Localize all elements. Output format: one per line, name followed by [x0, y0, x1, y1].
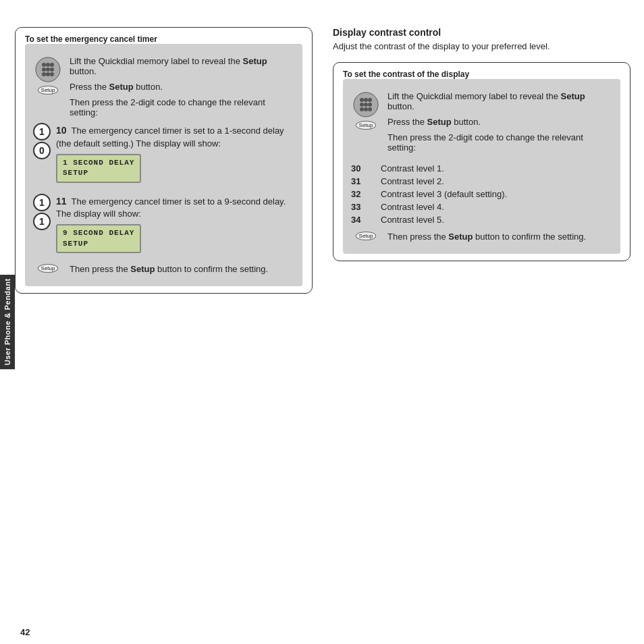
contrast-phone-svg-icon [352, 91, 379, 118]
contrast-press-text: Press the Setup button. [387, 117, 612, 127]
svg-point-8 [46, 72, 50, 76]
contrast-lift-step-area: Setup Lift the Quickdial memory label to… [351, 91, 612, 158]
lcd-line1-10: 1 SECOND DELAY [63, 158, 134, 168]
setup-bold-1: Setup [243, 56, 267, 66]
left-column: To set the emergency cancel timer [15, 27, 313, 617]
sidebar-tab: User Phone & Pendant [0, 275, 15, 369]
setup-btn-icon-2: Setup [38, 264, 59, 273]
right-confirm-area: Setup Then press the Setup button to con… [351, 232, 612, 247]
lcd-line2-10: SETUP [63, 168, 134, 178]
digit-1a-circle: 1 [33, 194, 51, 211]
digit-1-circle: 1 [33, 123, 51, 140]
sidebar-label: User Phone & Pendant [3, 279, 11, 366]
svg-point-5 [46, 68, 50, 72]
contrast-setup-btn-icon-2: Setup [356, 232, 377, 240]
contrast-row: 31Contrast level 2. [351, 176, 612, 186]
confirm-icon-group-right: Setup [351, 232, 381, 247]
svg-point-14 [360, 103, 364, 107]
setup-btn-icon-1: Setup [38, 86, 59, 95]
svg-point-4 [42, 68, 46, 72]
main-content: To set the emergency cancel timer [15, 27, 630, 617]
contrast-code: 32 [351, 189, 370, 199]
right-confirm-text: Then press the Setup button to confirm t… [387, 232, 612, 247]
contrast-table: 30Contrast level 1.31Contrast level 2.32… [351, 163, 612, 225]
setup-bold-confirm-right: Setup [448, 232, 473, 242]
contrast-row: 33Contrast level 4. [351, 202, 612, 212]
svg-point-7 [42, 72, 46, 76]
contrast-setup-btn-icon-1: Setup [356, 121, 377, 130]
left-confirm-p: Then press the Setup button to confirm t… [70, 264, 294, 274]
contrast-code: 34 [351, 215, 370, 225]
emergency-grey-panel: Setup Lift the Quickdial memory label to… [25, 44, 302, 286]
svg-point-9 [50, 72, 54, 76]
contrast-then-text: Then press the 2-digit code to change th… [387, 132, 612, 153]
contrast-row: 30Contrast level 1. [351, 163, 612, 173]
step-11-block: 1 1 11 The emergency cancel timer is set… [33, 194, 294, 258]
emergency-cancel-box: To set the emergency cancel timer [15, 27, 313, 294]
step-10-numbers: 1 0 [33, 123, 51, 159]
right-column: Display contrast control Adjust the cont… [333, 27, 630, 617]
lcd-display-10: 1 SECOND DELAY SETUP [56, 154, 141, 183]
setup-bold-confirm-left: Setup [130, 264, 155, 274]
setup-bold-2: Setup [109, 82, 134, 92]
step-10-content: 10 The emergency cancel timer is set to … [56, 123, 294, 187]
svg-point-18 [364, 107, 368, 111]
contrast-grey-panel: Setup Lift the Quickdial memory label to… [343, 79, 620, 254]
contrast-phone-icon-group: Setup [351, 91, 381, 158]
step-11-numbers: 1 1 [33, 194, 51, 230]
svg-point-3 [50, 63, 54, 67]
phone-icon-group: Setup [33, 56, 63, 123]
then-text: Then press the 2-digit code to change th… [70, 97, 294, 117]
contrast-row: 32Contrast level 3 (default setting). [351, 189, 612, 199]
svg-point-17 [360, 107, 364, 111]
contrast-lift-step-text: Lift the Quickdial memory label to revea… [387, 91, 612, 158]
lcd-line2-11: SETUP [63, 239, 134, 249]
contrast-desc: Contrast level 3 (default setting). [381, 189, 507, 199]
contrast-setup-bold-1: Setup [561, 91, 585, 101]
svg-point-11 [360, 98, 364, 102]
contrast-code: 30 [351, 163, 370, 173]
step-10-label: 10 [56, 125, 67, 136]
svg-point-1 [42, 63, 46, 67]
confirm-icon-group-left: Setup [33, 264, 63, 279]
contrast-desc: Contrast level 4. [381, 202, 444, 212]
contrast-desc: Contrast level 2. [381, 176, 444, 186]
contrast-desc: Contrast level 1. [381, 163, 444, 173]
left-confirm-area: Setup Then press the Setup button to con… [33, 264, 294, 279]
emergency-box-title: To set the emergency cancel timer [25, 34, 302, 44]
contrast-setup-bold-2: Setup [427, 117, 452, 127]
step-11-label: 11 [56, 196, 67, 207]
lift-step-area: Setup Lift the Quickdial memory label to… [33, 56, 294, 123]
lcd-line1-11: 9 SECOND DELAY [63, 228, 134, 238]
contrast-row: 34Contrast level 5. [351, 215, 612, 225]
step-10-text: The emergency cancel timer is set to a 1… [56, 126, 284, 149]
lift-text: Lift the Quickdial memory label to revea… [70, 56, 294, 76]
display-contrast-heading: Display contrast control [333, 27, 630, 38]
contrast-lift-text: Lift the Quickdial memory label to revea… [387, 91, 612, 111]
svg-point-13 [368, 98, 372, 102]
right-confirm-p: Then press the Setup button to confirm t… [387, 232, 612, 242]
phone-svg-icon [34, 56, 61, 83]
contrast-code: 31 [351, 176, 370, 186]
svg-point-6 [50, 68, 54, 72]
left-confirm-text: Then press the Setup button to confirm t… [70, 264, 294, 279]
digit-0-circle: 0 [33, 142, 51, 159]
svg-point-19 [368, 107, 372, 111]
contrast-box: To set the contrast of the display [333, 62, 630, 261]
lift-step-text: Lift the Quickdial memory label to revea… [70, 56, 294, 123]
contrast-desc: Contrast level 5. [381, 215, 444, 225]
digit-1b-circle: 1 [33, 213, 51, 230]
press-text: Press the Setup button. [70, 82, 294, 92]
step-11-content: 11 The emergency cancel timer is set to … [56, 194, 294, 258]
page-number: 42 [20, 627, 30, 637]
step-11-text: The emergency cancel timer is set to a 9… [56, 196, 286, 219]
contrast-code: 33 [351, 202, 370, 212]
step-10-block: 1 0 10 The emergency cancel timer is set… [33, 123, 294, 187]
svg-point-15 [364, 103, 368, 107]
display-contrast-intro: Adjust the contrast of the display to yo… [333, 41, 630, 53]
svg-point-2 [46, 63, 50, 67]
lcd-display-11: 9 SECOND DELAY SETUP [56, 224, 141, 253]
svg-point-16 [368, 103, 372, 107]
svg-point-12 [364, 98, 368, 102]
contrast-box-title: To set the contrast of the display [343, 70, 620, 79]
